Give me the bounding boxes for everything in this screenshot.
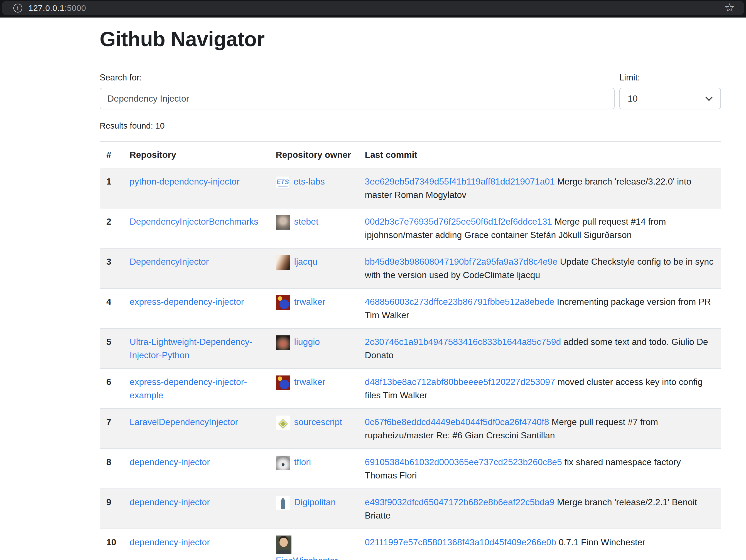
- header-last-commit: Last commit: [358, 141, 721, 168]
- results-table: # Repository Repository owner Last commi…: [99, 141, 721, 560]
- owner-avatar-glyph: [280, 497, 286, 509]
- table-row: 3 DependencyInjector ljacqu bb45d9e3b986…: [99, 248, 721, 288]
- browser-chrome: i 127.0.0.1:5000 ☆: [0, 0, 746, 18]
- commit-hash-link[interactable]: 00d2b3c7e76935d76f25ee50f6d1f2ef6ddce131: [365, 216, 552, 227]
- owner-avatar: ETS: [276, 176, 290, 188]
- owner-link[interactable]: ets-labs: [294, 176, 325, 186]
- repository-link[interactable]: python-dependency-injector: [130, 176, 240, 186]
- commit-hash-link[interactable]: e493f9032dfcd65047172b682e8b6eaf22c5bda9: [365, 497, 555, 507]
- owner-avatar-glyph: ◈: [278, 416, 288, 429]
- table-row: 9 dependency-injector Digipolitan e493f9…: [99, 489, 721, 529]
- row-number: 7: [99, 409, 123, 449]
- repository-link[interactable]: express-dependency-injector-example: [130, 377, 247, 400]
- search-label: Search for:: [99, 72, 614, 83]
- owner-link[interactable]: ljacqu: [294, 257, 318, 267]
- row-number: 8: [99, 449, 123, 489]
- results-body: 1 python-dependency-injector ETSets-labs…: [99, 168, 721, 560]
- header-owner: Repository owner: [269, 141, 358, 168]
- owner-avatar: [276, 255, 290, 270]
- owner-link[interactable]: FinnWinchester: [276, 556, 338, 560]
- repository-link[interactable]: dependency-injector: [130, 457, 210, 467]
- owner-link[interactable]: liuggio: [294, 337, 320, 347]
- url-port: :5000: [64, 3, 86, 12]
- owner-avatar: [276, 335, 290, 350]
- repository-link[interactable]: LaravelDependencyInjector: [130, 417, 238, 427]
- search-form: Search for: Limit: 10: [99, 72, 721, 109]
- repository-link[interactable]: DependencyInjector: [130, 257, 209, 267]
- owner-avatar-glyph: ETS: [277, 179, 289, 185]
- limit-label: Limit:: [619, 72, 721, 83]
- repository-link[interactable]: express-dependency-injector: [130, 297, 244, 307]
- table-row: 8 dependency-injector tflori 69105384b61…: [99, 449, 721, 489]
- owner-link[interactable]: tflori: [294, 457, 311, 467]
- owner-link[interactable]: stebet: [294, 216, 318, 227]
- table-row: 10 dependency-injector FinnWinchester 02…: [99, 529, 721, 560]
- commit-hash-link[interactable]: 69105384b61032d000365ee737cd2523b260c8e5: [365, 457, 562, 467]
- owner-avatar: [276, 215, 290, 230]
- row-number: 5: [99, 328, 123, 369]
- row-number: 6: [99, 369, 123, 409]
- row-number: 9: [99, 489, 123, 529]
- commit-hash-link[interactable]: 02111997e57c85801368f43a10d45f409e266e0b: [365, 537, 556, 547]
- table-row: 5 Ultra-Lightweight-Dependency-Injector-…: [99, 328, 721, 369]
- owner-link[interactable]: trwalker: [294, 297, 325, 307]
- url-text: 127.0.0.1:5000: [28, 3, 86, 13]
- address-bar[interactable]: i 127.0.0.1:5000 ☆: [2, 1, 744, 15]
- commit-hash-link[interactable]: bb45d9e3b98608047190bf72a95fa9a37d8c4e9e: [365, 257, 557, 267]
- url-host: 127.0.0.1: [28, 3, 64, 12]
- table-row: 4 express-dependency-injector trwalker 4…: [99, 288, 721, 328]
- page-container: Github Navigator Search for: Limit: 10 R…: [99, 27, 721, 560]
- owner-avatar: [276, 295, 290, 310]
- owner-avatar: ◈: [276, 416, 290, 430]
- owner-avatar: [276, 535, 291, 554]
- owner-avatar: [276, 496, 290, 510]
- repository-link[interactable]: Ultra-Lightweight-Dependency-Injector-Py…: [130, 337, 253, 360]
- owner-link[interactable]: trwalker: [294, 377, 325, 387]
- repository-link[interactable]: dependency-injector: [130, 497, 210, 507]
- commit-hash-link[interactable]: 2c30746c1a91b4947583416c833b1644a85c759d: [365, 337, 561, 347]
- owner-avatar: [276, 376, 290, 390]
- bookmark-star-icon[interactable]: ☆: [724, 2, 735, 13]
- owner-link[interactable]: Digipolitan: [294, 497, 336, 507]
- header-repository: Repository: [123, 141, 269, 168]
- repository-link[interactable]: DependencyInjectorBenchmarks: [130, 216, 258, 227]
- row-number: 2: [99, 208, 123, 248]
- search-input[interactable]: [99, 88, 614, 109]
- commit-hash-link[interactable]: d48f13be8ac712abf80bbeeee5f120227d253097: [365, 377, 555, 387]
- table-row: 7 LaravelDependencyInjector ◈sourcescrip…: [99, 409, 721, 449]
- table-row: 1 python-dependency-injector ETSets-labs…: [99, 168, 721, 208]
- owner-avatar: [276, 455, 290, 470]
- table-header-row: # Repository Repository owner Last commi…: [99, 141, 721, 168]
- row-number: 10: [99, 529, 123, 560]
- row-number: 1: [99, 168, 123, 208]
- table-row: 2 DependencyInjectorBenchmarks stebet 00…: [99, 208, 721, 248]
- commit-hash-link[interactable]: 468856003c273dffce23b86791fbbe512a8ebede: [365, 297, 554, 307]
- table-row: 6 express-dependency-injector-example tr…: [99, 369, 721, 409]
- commit-hash-link[interactable]: 0c67f6be8eddcd4449eb4044f5df0ca26f4740f8: [365, 417, 549, 427]
- limit-select[interactable]: 10: [619, 88, 721, 109]
- row-number: 4: [99, 288, 123, 328]
- page-title: Github Navigator: [99, 27, 721, 51]
- repository-link[interactable]: dependency-injector: [130, 537, 210, 547]
- commit-message: 0.7.1 Finn Winchester: [559, 537, 645, 547]
- owner-link[interactable]: sourcescript: [294, 417, 342, 427]
- row-number: 3: [99, 248, 123, 288]
- site-info-icon[interactable]: i: [13, 4, 22, 12]
- results-count: Results found: 10: [99, 121, 721, 130]
- commit-hash-link[interactable]: 3ee629eb5d7349d55f41b119aff81dd219071a01: [365, 176, 555, 186]
- header-number: #: [99, 141, 123, 168]
